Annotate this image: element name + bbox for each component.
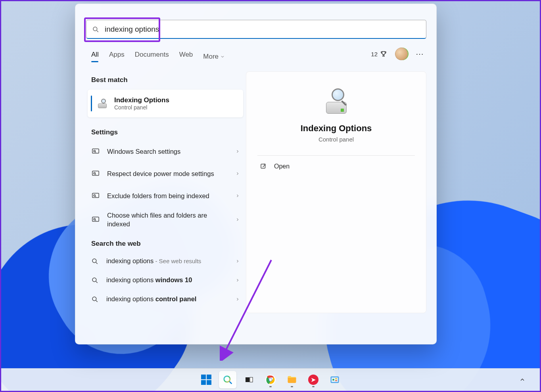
settings-icon: [91, 215, 100, 224]
control-panel-icon: [329, 374, 340, 385]
preview-title: Indexing Options: [257, 123, 415, 134]
svg-point-9: [94, 195, 95, 196]
svg-line-15: [96, 262, 98, 264]
tab-more[interactable]: More: [203, 51, 225, 66]
task-view-button[interactable]: [240, 371, 258, 388]
indexing-options-icon: [97, 98, 109, 109]
svg-line-17: [96, 281, 98, 283]
chevron-down-icon: [220, 54, 225, 59]
chevron-right-icon: [235, 217, 240, 222]
taskbar-search-button[interactable]: [219, 371, 236, 388]
svg-point-16: [92, 278, 96, 282]
app-icon: ➤: [308, 375, 318, 385]
settings-item-exclude-folders[interactable]: Exclude folders from being indexed: [91, 185, 240, 207]
indexing-options-large-icon: [320, 88, 352, 116]
best-match-subtitle: Control panel: [114, 104, 169, 111]
web-result-control-panel[interactable]: indexing options control panel: [91, 290, 240, 309]
settings-item-windows-search[interactable]: Windows Search settings: [91, 140, 240, 163]
best-match-result[interactable]: Indexing Options Control panel: [88, 90, 243, 117]
svg-point-12: [94, 218, 95, 220]
filter-tabs: All Apps Documents Web More: [91, 51, 225, 66]
task-view-icon: [244, 375, 254, 384]
search-icon: [91, 258, 98, 265]
svg-point-3: [94, 150, 95, 152]
best-match-title: Indexing Options: [114, 96, 169, 104]
chevron-right-icon: [235, 149, 240, 154]
settings-icon: [91, 147, 100, 156]
chevron-right-icon: [235, 278, 240, 283]
svg-point-28: [269, 379, 272, 381]
search-icon: [91, 296, 98, 303]
settings-icon: [91, 169, 100, 178]
svg-point-6: [94, 172, 95, 174]
svg-rect-20: [261, 164, 265, 168]
svg-line-19: [96, 300, 98, 302]
file-explorer-button[interactable]: [283, 371, 301, 388]
svg-rect-32: [335, 379, 337, 379]
taskbar: ➤: [1, 368, 540, 391]
open-action[interactable]: Open: [257, 156, 415, 177]
rewards-button[interactable]: 12: [371, 50, 387, 57]
settings-item-power-mode[interactable]: Respect device power mode settings: [91, 163, 240, 185]
svg-rect-24: [246, 377, 249, 382]
chrome-icon: [265, 374, 276, 385]
windows-logo-icon: [201, 375, 211, 385]
tab-all[interactable]: All: [91, 51, 99, 66]
svg-rect-25: [250, 377, 253, 382]
chevron-right-icon: [235, 297, 240, 302]
trophy-icon: [380, 50, 387, 57]
chrome-button[interactable]: [262, 371, 279, 388]
control-panel-button[interactable]: [326, 371, 343, 388]
search-flyout: All Apps Documents Web More 12 ⋯ Best ma…: [75, 4, 437, 344]
show-hidden-icons[interactable]: [517, 374, 528, 385]
section-best-match: Best match: [91, 76, 242, 84]
svg-line-7: [95, 174, 96, 175]
user-avatar[interactable]: [395, 48, 408, 60]
open-icon: [260, 163, 267, 170]
settings-icon: [91, 191, 100, 200]
svg-line-4: [95, 152, 96, 153]
svg-point-18: [92, 297, 96, 301]
annotation-highlight: [84, 17, 160, 42]
settings-item-choose-files[interactable]: Choose which files and folders are index…: [91, 207, 240, 233]
section-settings: Settings: [91, 128, 242, 136]
result-preview-pane: Indexing Options Control panel Open: [246, 71, 426, 313]
svg-point-22: [224, 376, 230, 382]
svg-point-14: [92, 259, 96, 263]
chevron-right-icon: [235, 259, 240, 264]
tab-web[interactable]: Web: [179, 51, 193, 66]
tab-apps[interactable]: Apps: [109, 51, 125, 66]
tab-documents[interactable]: Documents: [135, 51, 169, 66]
folder-icon: [286, 374, 297, 385]
svg-line-23: [229, 381, 232, 384]
web-result-generic[interactable]: indexing options - See web results: [91, 252, 240, 271]
svg-point-31: [332, 379, 334, 381]
search-icon: [91, 277, 98, 284]
svg-line-13: [95, 220, 96, 221]
open-label: Open: [274, 163, 290, 170]
rewards-points: 12: [371, 51, 378, 57]
start-button[interactable]: [198, 371, 215, 388]
search-icon: [223, 375, 233, 385]
web-result-windows10[interactable]: indexing options windows 10: [91, 271, 240, 290]
svg-rect-33: [335, 380, 337, 381]
chevron-right-icon: [235, 171, 240, 176]
more-options-button[interactable]: ⋯: [416, 49, 424, 59]
preview-subtitle: Control panel: [257, 136, 415, 143]
svg-line-10: [95, 196, 96, 197]
chevron-right-icon: [235, 193, 240, 198]
section-search-web: Search the web: [91, 240, 242, 248]
chevron-up-icon: [519, 377, 526, 383]
app-pinned-1[interactable]: ➤: [305, 371, 322, 388]
